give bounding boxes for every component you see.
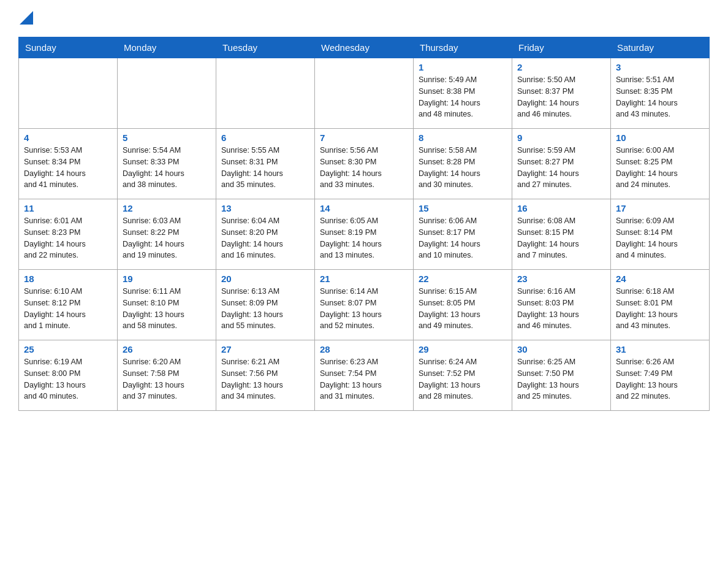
day-info: Sunrise: 6:26 AMSunset: 7:49 PMDaylight:… <box>616 356 704 402</box>
day-number: 26 <box>123 344 211 354</box>
day-number: 23 <box>517 274 605 284</box>
day-number: 9 <box>517 132 605 143</box>
week-row-3: 11Sunrise: 6:01 AMSunset: 8:23 PMDayligh… <box>19 199 710 270</box>
day-number: 14 <box>320 203 408 213</box>
calendar-cell: 25Sunrise: 6:19 AMSunset: 8:00 PMDayligh… <box>19 340 118 411</box>
calendar-cell <box>216 58 315 129</box>
day-number: 24 <box>616 274 704 284</box>
day-number: 11 <box>24 203 112 213</box>
day-number: 4 <box>24 132 112 143</box>
calendar-cell: 18Sunrise: 6:10 AMSunset: 8:12 PMDayligh… <box>19 270 118 340</box>
week-row-2: 4Sunrise: 5:53 AMSunset: 8:34 PMDaylight… <box>19 129 710 199</box>
day-number: 31 <box>616 344 704 354</box>
day-info: Sunrise: 6:15 AMSunset: 8:05 PMDaylight:… <box>419 286 507 332</box>
calendar-cell: 26Sunrise: 6:20 AMSunset: 7:58 PMDayligh… <box>118 340 216 411</box>
calendar-cell: 13Sunrise: 6:04 AMSunset: 8:20 PMDayligh… <box>216 199 315 270</box>
day-info: Sunrise: 5:50 AMSunset: 8:37 PMDaylight:… <box>517 74 605 120</box>
day-info: Sunrise: 5:56 AMSunset: 8:30 PMDaylight:… <box>320 145 408 191</box>
calendar-cell: 10Sunrise: 6:00 AMSunset: 8:25 PMDayligh… <box>611 129 710 199</box>
calendar-cell: 1Sunrise: 5:49 AMSunset: 8:38 PMDaylight… <box>414 58 512 129</box>
day-info: Sunrise: 6:01 AMSunset: 8:23 PMDaylight:… <box>24 215 112 261</box>
day-number: 2 <box>517 62 605 72</box>
week-row-5: 25Sunrise: 6:19 AMSunset: 8:00 PMDayligh… <box>19 340 710 411</box>
day-info: Sunrise: 5:59 AMSunset: 8:27 PMDaylight:… <box>517 145 605 191</box>
day-number: 13 <box>221 203 309 213</box>
day-info: Sunrise: 6:19 AMSunset: 8:00 PMDaylight:… <box>24 356 112 402</box>
day-info: Sunrise: 6:09 AMSunset: 8:14 PMDaylight:… <box>616 215 704 261</box>
day-info: Sunrise: 6:18 AMSunset: 8:01 PMDaylight:… <box>616 286 704 332</box>
day-info: Sunrise: 6:05 AMSunset: 8:19 PMDaylight:… <box>320 215 408 261</box>
day-number: 20 <box>221 274 309 284</box>
day-info: Sunrise: 6:04 AMSunset: 8:20 PMDaylight:… <box>221 215 309 261</box>
calendar-cell: 30Sunrise: 6:25 AMSunset: 7:50 PMDayligh… <box>512 340 611 411</box>
day-number: 15 <box>419 203 507 213</box>
calendar-cell: 6Sunrise: 5:55 AMSunset: 8:31 PMDaylight… <box>216 129 315 199</box>
calendar-cell: 14Sunrise: 6:05 AMSunset: 8:19 PMDayligh… <box>315 199 414 270</box>
logo-triangle-icon <box>20 11 33 25</box>
calendar-header-row: SundayMondayTuesdayWednesdayThursdayFrid… <box>19 37 710 58</box>
column-header-monday: Monday <box>118 37 216 58</box>
day-info: Sunrise: 6:21 AMSunset: 7:56 PMDaylight:… <box>221 356 309 402</box>
day-number: 30 <box>517 344 605 354</box>
calendar-cell: 17Sunrise: 6:09 AMSunset: 8:14 PMDayligh… <box>611 199 710 270</box>
calendar-cell: 20Sunrise: 6:13 AMSunset: 8:09 PMDayligh… <box>216 270 315 340</box>
calendar-cell: 23Sunrise: 6:16 AMSunset: 8:03 PMDayligh… <box>512 270 611 340</box>
day-info: Sunrise: 6:14 AMSunset: 8:07 PMDaylight:… <box>320 286 408 332</box>
day-number: 27 <box>221 344 309 354</box>
day-number: 28 <box>320 344 408 354</box>
calendar-cell: 8Sunrise: 5:58 AMSunset: 8:28 PMDaylight… <box>414 129 512 199</box>
calendar-cell: 11Sunrise: 6:01 AMSunset: 8:23 PMDayligh… <box>19 199 118 270</box>
day-info: Sunrise: 6:11 AMSunset: 8:10 PMDaylight:… <box>123 286 211 332</box>
day-info: Sunrise: 6:06 AMSunset: 8:17 PMDaylight:… <box>419 215 507 261</box>
calendar-cell: 29Sunrise: 6:24 AMSunset: 7:52 PMDayligh… <box>414 340 512 411</box>
day-number: 12 <box>123 203 211 213</box>
calendar-cell: 22Sunrise: 6:15 AMSunset: 8:05 PMDayligh… <box>414 270 512 340</box>
svg-marker-0 <box>20 11 33 25</box>
day-number: 6 <box>221 132 309 143</box>
day-info: Sunrise: 6:23 AMSunset: 7:54 PMDaylight:… <box>320 356 408 402</box>
calendar-cell: 16Sunrise: 6:08 AMSunset: 8:15 PMDayligh… <box>512 199 611 270</box>
day-number: 22 <box>419 274 507 284</box>
calendar-cell: 15Sunrise: 6:06 AMSunset: 8:17 PMDayligh… <box>414 199 512 270</box>
day-info: Sunrise: 6:13 AMSunset: 8:09 PMDaylight:… <box>221 286 309 332</box>
day-number: 25 <box>24 344 112 354</box>
week-row-1: 1Sunrise: 5:49 AMSunset: 8:38 PMDaylight… <box>19 58 710 129</box>
day-number: 5 <box>123 132 211 143</box>
calendar-cell: 4Sunrise: 5:53 AMSunset: 8:34 PMDaylight… <box>19 129 118 199</box>
column-header-friday: Friday <box>512 37 611 58</box>
day-number: 17 <box>616 203 704 213</box>
calendar-cell: 31Sunrise: 6:26 AMSunset: 7:49 PMDayligh… <box>611 340 710 411</box>
calendar-cell: 9Sunrise: 5:59 AMSunset: 8:27 PMDaylight… <box>512 129 611 199</box>
day-info: Sunrise: 6:20 AMSunset: 7:58 PMDaylight:… <box>123 356 211 402</box>
day-info: Sunrise: 6:08 AMSunset: 8:15 PMDaylight:… <box>517 215 605 261</box>
day-info: Sunrise: 5:49 AMSunset: 8:38 PMDaylight:… <box>419 74 507 120</box>
calendar-cell: 3Sunrise: 5:51 AMSunset: 8:35 PMDaylight… <box>611 58 710 129</box>
calendar-cell <box>19 58 118 129</box>
day-info: Sunrise: 5:58 AMSunset: 8:28 PMDaylight:… <box>419 145 507 191</box>
column-header-sunday: Sunday <box>19 37 118 58</box>
day-number: 3 <box>616 62 704 72</box>
logo <box>18 12 33 25</box>
calendar-cell: 27Sunrise: 6:21 AMSunset: 7:56 PMDayligh… <box>216 340 315 411</box>
day-number: 29 <box>419 344 507 354</box>
day-info: Sunrise: 6:10 AMSunset: 8:12 PMDaylight:… <box>24 286 112 332</box>
day-info: Sunrise: 6:00 AMSunset: 8:25 PMDaylight:… <box>616 145 704 191</box>
day-info: Sunrise: 5:55 AMSunset: 8:31 PMDaylight:… <box>221 145 309 191</box>
calendar-cell <box>315 58 414 129</box>
day-info: Sunrise: 6:16 AMSunset: 8:03 PMDaylight:… <box>517 286 605 332</box>
day-number: 16 <box>517 203 605 213</box>
column-header-tuesday: Tuesday <box>216 37 315 58</box>
column-header-wednesday: Wednesday <box>315 37 414 58</box>
calendar-cell: 21Sunrise: 6:14 AMSunset: 8:07 PMDayligh… <box>315 270 414 340</box>
day-info: Sunrise: 5:51 AMSunset: 8:35 PMDaylight:… <box>616 74 704 120</box>
calendar-cell: 5Sunrise: 5:54 AMSunset: 8:33 PMDaylight… <box>118 129 216 199</box>
calendar-cell: 28Sunrise: 6:23 AMSunset: 7:54 PMDayligh… <box>315 340 414 411</box>
day-info: Sunrise: 5:53 AMSunset: 8:34 PMDaylight:… <box>24 145 112 191</box>
column-header-thursday: Thursday <box>414 37 512 58</box>
day-info: Sunrise: 6:24 AMSunset: 7:52 PMDaylight:… <box>419 356 507 402</box>
day-number: 19 <box>123 274 211 284</box>
day-info: Sunrise: 5:54 AMSunset: 8:33 PMDaylight:… <box>123 145 211 191</box>
day-info: Sunrise: 6:03 AMSunset: 8:22 PMDaylight:… <box>123 215 211 261</box>
calendar-cell: 12Sunrise: 6:03 AMSunset: 8:22 PMDayligh… <box>118 199 216 270</box>
day-number: 8 <box>419 132 507 143</box>
